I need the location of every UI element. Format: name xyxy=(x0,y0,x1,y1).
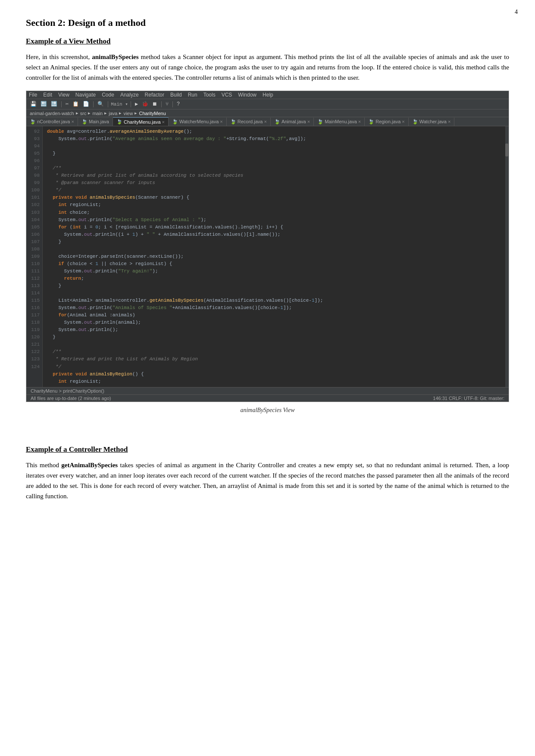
tab-main[interactable]: 🍃 Main.java xyxy=(78,118,113,126)
tab-charitymenu[interactable]: 🍃 CharityMenu.java × xyxy=(113,117,169,126)
tb-icon-3[interactable]: 🔜 xyxy=(50,100,59,108)
tb-icon-2[interactable]: 🔙 xyxy=(39,100,48,108)
ide-code-area: 9293949596979899100101102103104105106107… xyxy=(26,126,509,387)
breadcrumb-java[interactable]: java xyxy=(109,111,117,116)
menu-vcs[interactable]: VCS xyxy=(222,92,232,98)
ide-menu-bar[interactable]: File Edit View Navigate Code Analyze Ref… xyxy=(26,91,509,99)
ide-toolbar: 💾 🔙 🔜 ✂ 📋 📄 🔍 Main ▾ ▶ 🐞 ⏹ ⑂ ? xyxy=(26,99,509,109)
tab-region[interactable]: 🍃 Region.java × xyxy=(365,118,409,126)
tb-copy[interactable]: 📋 xyxy=(71,100,80,108)
menu-analyze[interactable]: Analyze xyxy=(120,92,139,98)
tab-ncontroller[interactable]: 🍃 nController.java × xyxy=(26,118,78,126)
statusbar-message: All files are up-to-date (2 minutes ago) xyxy=(31,396,111,401)
tb-stop[interactable]: ⏹ xyxy=(151,100,159,108)
tb-paste[interactable]: 📄 xyxy=(81,100,91,108)
ide-breadcrumb: animal-garden-watch ▸ src ▸ main ▸ java … xyxy=(26,109,509,117)
tb-icon-1[interactable]: 💾 xyxy=(29,100,38,108)
menu-refactor[interactable]: Refactor xyxy=(145,92,164,98)
breadcrumb-view[interactable]: view xyxy=(123,111,133,116)
menu-build[interactable]: Build xyxy=(170,92,182,98)
section-title: Section 2: Design of a method xyxy=(26,17,509,28)
tb-run[interactable]: ▶ xyxy=(134,100,139,108)
tb-vcs[interactable]: ⑂ xyxy=(164,101,170,108)
tab-record[interactable]: 🍃 Record.java × xyxy=(227,118,271,126)
tb-main-label: Main ▾ xyxy=(111,101,128,107)
breadcrumb-project[interactable]: animal-garden-watch xyxy=(30,111,74,116)
bottom-tab-charitymenu[interactable]: CharityMenu > printCharityOption() xyxy=(31,388,104,394)
ide-bottom-tab: CharityMenu > printCharityOption() xyxy=(26,387,509,394)
menu-edit[interactable]: Edit xyxy=(43,92,52,98)
tb-cut[interactable]: ✂ xyxy=(64,100,70,108)
ide-caption: animalBySpecies View xyxy=(26,406,509,415)
ide-file-tabs: 🍃 nController.java × 🍃 Main.java 🍃 Chari… xyxy=(26,117,509,126)
view-method-paragraph: Here, in this screenshot, animalBySpecie… xyxy=(26,52,509,83)
code-content[interactable]: double avg=controller.averageAnimalSeenB… xyxy=(43,126,505,387)
menu-help[interactable]: Help xyxy=(263,92,273,98)
tab-watchermenu[interactable]: 🍃 WatcherMenu.java × xyxy=(169,118,227,126)
tab-mainmenu[interactable]: 🍃 MainMenu.java × xyxy=(314,118,365,126)
menu-view[interactable]: View xyxy=(58,92,69,98)
controller-method-paragraph: This method getAnimalBySpecies takes spe… xyxy=(26,460,509,501)
tab-watcher[interactable]: 🍃 Watcher.java × xyxy=(409,118,455,126)
menu-run[interactable]: Run xyxy=(188,92,197,98)
menu-code[interactable]: Code xyxy=(102,92,114,98)
statusbar-position: 146:31 CRLF: UTF-8: Git: master: xyxy=(433,396,504,401)
menu-file[interactable]: File xyxy=(29,92,37,98)
tb-debug[interactable]: 🐞 xyxy=(141,100,150,108)
page-number: 4 xyxy=(515,9,518,16)
menu-tools[interactable]: Tools xyxy=(203,92,216,98)
breadcrumb-src[interactable]: src xyxy=(80,111,87,116)
line-numbers: 9293949596979899100101102103104105106107… xyxy=(26,126,43,387)
tb-search[interactable]: 🔍 xyxy=(96,100,105,108)
controller-method-heading[interactable]: Example of a Controller Method xyxy=(26,445,509,454)
view-method-heading[interactable]: Example of a View Method xyxy=(26,37,509,46)
tb-help[interactable]: ? xyxy=(175,101,181,108)
menu-window[interactable]: Window xyxy=(238,92,257,98)
breadcrumb-charitymenu[interactable]: CharityMenu xyxy=(139,111,166,116)
ide-window[interactable]: File Edit View Navigate Code Analyze Ref… xyxy=(26,91,509,402)
tab-animal[interactable]: 🍃 Animal.java × xyxy=(271,118,314,126)
bold-method-name: animalBySpecies xyxy=(92,53,138,60)
bold-controller-method-name: getAnimalBySpecies xyxy=(61,462,118,469)
ide-statusbar: All files are up-to-date (2 minutes ago)… xyxy=(26,394,509,402)
menu-navigate[interactable]: Navigate xyxy=(75,92,96,98)
breadcrumb-main[interactable]: main xyxy=(92,111,103,116)
scrollbar-vertical[interactable] xyxy=(505,126,509,387)
